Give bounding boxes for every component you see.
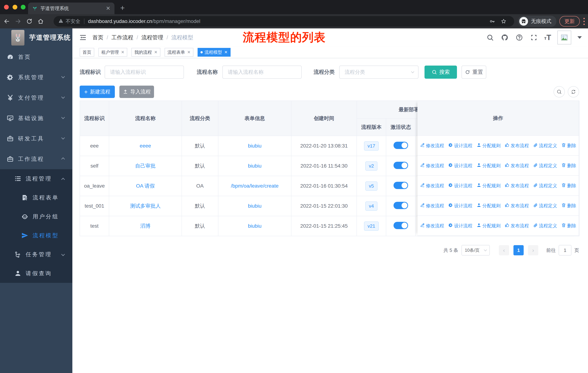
tag-租户管理[interactable]: 租户管理 ✕ [98, 48, 127, 57]
action-发布流程[interactable]: 发布流程 [505, 203, 529, 209]
sidebar-item-流程管理[interactable]: 流程管理 [0, 169, 72, 188]
sidebar-item-基础设施[interactable]: 基础设施 [0, 108, 72, 128]
model-name-link[interactable]: eeee [140, 143, 151, 149]
search-icon[interactable] [486, 33, 494, 42]
breadcrumb-workflow[interactable]: 工作流程 [111, 34, 133, 41]
star-icon[interactable] [501, 18, 506, 24]
sidebar-item-支付管理[interactable]: 支付管理 [0, 88, 72, 108]
key-icon[interactable] [489, 18, 495, 24]
form-info-link[interactable]: biubiu [248, 163, 262, 169]
action-分配规则[interactable]: 分配规则 [476, 183, 501, 189]
sidebar-item-任务管理[interactable]: 任务管理 [0, 245, 72, 264]
page-number-1[interactable]: 1 [514, 245, 524, 255]
sidebar-item-请假查询[interactable]: 请假查询 [0, 264, 72, 283]
action-删除[interactable]: 删除 [561, 183, 576, 189]
action-发布流程[interactable]: 发布流程 [505, 143, 529, 149]
action-删除[interactable]: 删除 [561, 223, 576, 229]
form-info-link[interactable]: biubiu [248, 143, 262, 149]
active-toggle[interactable] [394, 202, 408, 209]
tag-首页[interactable]: 首页 [80, 48, 94, 57]
tag-close-icon[interactable]: ✕ [224, 50, 228, 55]
action-设计流程[interactable]: 设计流程 [448, 163, 472, 169]
action-流程定义[interactable]: 流程定义 [533, 203, 557, 209]
tag-close-icon[interactable]: ✕ [187, 50, 190, 55]
update-button[interactable]: 更新 [559, 16, 580, 27]
version-badge[interactable]: v21 [364, 222, 379, 231]
action-设计流程[interactable]: 设计流程 [448, 183, 472, 189]
action-设计流程[interactable]: 设计流程 [448, 143, 472, 149]
tag-我的流程[interactable]: 我的流程 ✕ [131, 48, 160, 57]
tab-close-icon[interactable]: ✕ [106, 6, 110, 11]
action-设计流程[interactable]: 设计流程 [448, 203, 472, 209]
tag-流程模型[interactable]: 流程模型 ✕ [198, 48, 230, 57]
form-info-link[interactable]: biubiu [248, 223, 262, 229]
breadcrumb-process-manage[interactable]: 流程管理 [141, 34, 163, 41]
model-name-link[interactable]: 自己审批 [135, 163, 156, 169]
font-size-icon[interactable]: тT [544, 34, 551, 41]
action-修改流程[interactable]: 修改流程 [420, 203, 444, 209]
action-修改流程[interactable]: 修改流程 [420, 143, 444, 149]
action-修改流程[interactable]: 修改流程 [420, 163, 444, 169]
model-name-link[interactable]: 滔博 [140, 223, 151, 229]
next-page-button[interactable]: › [528, 245, 538, 255]
browser-tab[interactable]: 芋道管理系统 ✕ [28, 2, 115, 14]
user-avatar[interactable] [557, 30, 571, 44]
action-删除[interactable]: 删除 [561, 143, 576, 149]
sidebar-item-研发工具[interactable]: 研发工具 [0, 128, 72, 149]
action-流程定义[interactable]: 流程定义 [533, 183, 557, 189]
sidebar-item-首页[interactable]: 首页 [0, 47, 72, 67]
fullscreen-icon[interactable] [530, 33, 538, 42]
filter-category-select[interactable]: 流程分类 [339, 66, 419, 79]
avatar-caret-icon[interactable] [578, 36, 582, 39]
window-minimize-button[interactable] [13, 5, 17, 10]
action-发布流程[interactable]: 发布流程 [505, 163, 529, 169]
prev-page-button[interactable]: ‹ [499, 245, 509, 255]
url-bar[interactable]: 不安全 dashboard.yudao.iocoder.cn/bpm/manag… [53, 16, 514, 27]
action-流程定义[interactable]: 流程定义 [533, 223, 557, 229]
window-zoom-button[interactable] [21, 5, 26, 10]
action-分配规则[interactable]: 分配规则 [476, 203, 501, 209]
page-size-select[interactable]: 10条/页 [462, 245, 490, 255]
github-icon[interactable] [501, 33, 509, 42]
action-分配规则[interactable]: 分配规则 [476, 163, 501, 169]
warning-icon[interactable] [58, 18, 63, 25]
sidebar-item-用户分组[interactable]: 用户分组 [0, 207, 72, 226]
home-icon[interactable] [36, 17, 45, 26]
create-process-button[interactable]: + 新建流程 [80, 86, 115, 98]
action-分配规则[interactable]: 分配规则 [476, 143, 501, 149]
action-分配规则[interactable]: 分配规则 [476, 223, 501, 229]
forward-icon[interactable] [13, 17, 23, 26]
show-search-icon[interactable] [554, 86, 565, 97]
model-name-link[interactable]: 测试多审批人 [130, 203, 161, 209]
fold-sidebar-icon[interactable] [79, 33, 87, 42]
active-toggle[interactable] [394, 142, 408, 149]
window-close-button[interactable] [4, 5, 9, 10]
action-修改流程[interactable]: 修改流程 [420, 223, 444, 229]
reload-icon[interactable] [25, 17, 34, 26]
form-info-link[interactable]: biubiu [248, 203, 262, 209]
active-toggle[interactable] [394, 182, 408, 189]
tag-close-icon[interactable]: ✕ [121, 50, 124, 55]
menu-dots-icon[interactable] [582, 17, 586, 26]
sidebar-item-流程模型[interactable]: 流程模型 [0, 226, 72, 245]
action-流程定义[interactable]: 流程定义 [533, 143, 557, 149]
model-name-link[interactable]: OA 请假 [136, 183, 155, 189]
back-icon[interactable] [2, 17, 11, 26]
action-发布流程[interactable]: 发布流程 [505, 223, 529, 229]
version-badge[interactable]: v2 [365, 161, 378, 171]
version-badge[interactable]: v17 [364, 141, 379, 151]
breadcrumb-home[interactable]: 首页 [92, 34, 103, 41]
sidebar-item-系统管理[interactable]: 系统管理 [0, 67, 72, 88]
active-toggle[interactable] [394, 162, 408, 169]
action-设计流程[interactable]: 设计流程 [448, 223, 472, 229]
action-发布流程[interactable]: 发布流程 [505, 183, 529, 189]
tag-流程表单[interactable]: 流程表单 ✕ [165, 48, 193, 57]
sidebar-item-流程表单[interactable]: 流程表单 [0, 188, 72, 207]
import-process-button[interactable]: 导入流程 [119, 86, 154, 98]
help-icon[interactable] [515, 33, 524, 42]
version-badge[interactable]: v4 [365, 202, 378, 211]
goto-page-input[interactable] [559, 245, 571, 255]
sidebar-item-工作流程[interactable]: 工作流程 [0, 149, 72, 169]
action-流程定义[interactable]: 流程定义 [533, 163, 557, 169]
action-删除[interactable]: 删除 [561, 163, 576, 169]
